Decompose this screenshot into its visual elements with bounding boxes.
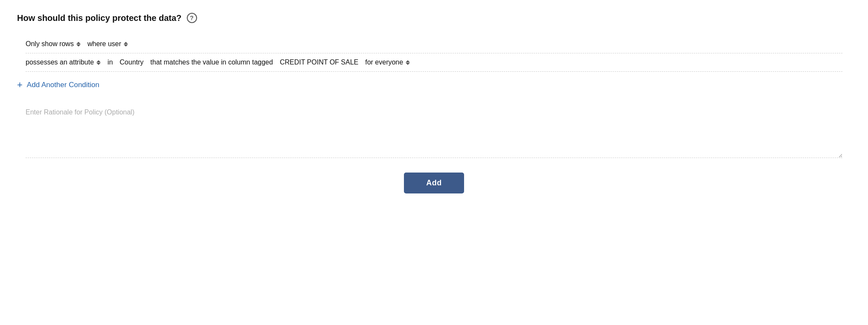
for-everyone-label: for everyone — [365, 59, 403, 66]
where-user-arrows — [124, 42, 128, 47]
help-icon[interactable]: ? — [187, 13, 197, 23]
condition-row-2: possesses an attribute in Country that m… — [26, 53, 842, 72]
rationale-section — [17, 107, 851, 160]
matches-label: that matches the value in column tagged — [151, 59, 273, 66]
add-condition-row: + Add Another Condition — [17, 80, 851, 90]
arrow-up-icon-4 — [406, 60, 410, 62]
condition-row-1: Only show rows where user — [26, 40, 842, 53]
possesses-attribute-select[interactable]: possesses an attribute — [26, 59, 101, 66]
condition-section: Only show rows where user possesses an a… — [17, 40, 851, 72]
only-show-rows-select[interactable]: Only show rows — [26, 40, 81, 48]
arrow-up-icon — [76, 42, 81, 44]
possesses-attribute-label: possesses an attribute — [26, 59, 94, 66]
arrow-up-icon-2 — [124, 42, 128, 44]
possesses-arrows — [96, 60, 101, 65]
add-button[interactable]: Add — [404, 173, 464, 193]
arrow-up-icon-3 — [96, 60, 101, 62]
arrow-down-icon-2 — [124, 44, 128, 47]
arrow-down-icon-3 — [96, 63, 101, 65]
add-condition-label: Add Another Condition — [27, 81, 99, 89]
arrow-down-icon — [76, 44, 81, 47]
arrow-down-icon-4 — [406, 63, 410, 65]
bottom-bar: Add — [17, 173, 851, 193]
add-condition-button[interactable]: + Add Another Condition — [17, 80, 99, 90]
where-user-select[interactable]: where user — [87, 40, 128, 48]
country-value: Country — [120, 59, 144, 66]
in-label: in — [107, 59, 113, 66]
plus-icon: + — [17, 80, 23, 90]
only-show-rows-arrows — [76, 42, 81, 47]
rationale-textarea[interactable] — [26, 107, 842, 158]
credit-pos-value: CREDIT POINT OF SALE — [280, 59, 358, 66]
page-container: How should this policy protect the data?… — [0, 0, 868, 325]
page-title-row: How should this policy protect the data?… — [17, 13, 851, 23]
for-everyone-arrows — [406, 60, 410, 65]
page-title: How should this policy protect the data? — [17, 13, 182, 23]
only-show-rows-label: Only show rows — [26, 40, 74, 48]
where-user-label: where user — [87, 40, 121, 48]
for-everyone-select[interactable]: for everyone — [365, 59, 410, 66]
